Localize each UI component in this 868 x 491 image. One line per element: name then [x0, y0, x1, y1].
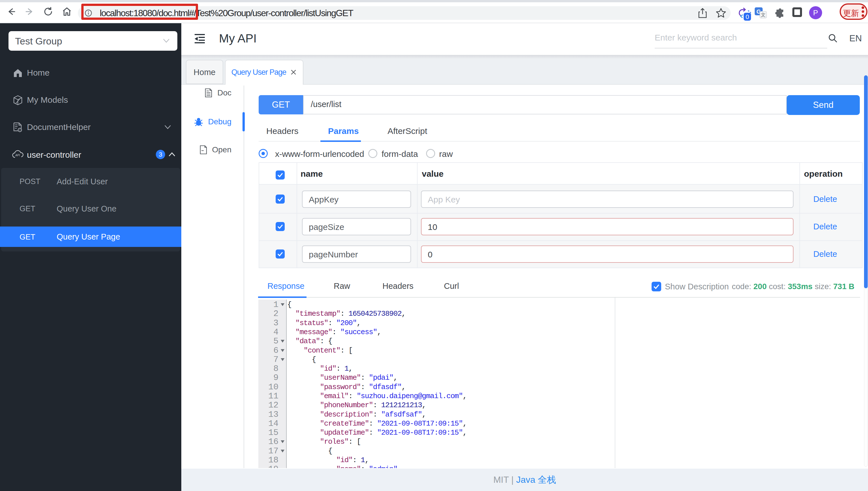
- svg-text:API: API: [15, 154, 20, 157]
- svg-text:0: 0: [746, 13, 749, 20]
- svg-text:文: 文: [761, 12, 766, 18]
